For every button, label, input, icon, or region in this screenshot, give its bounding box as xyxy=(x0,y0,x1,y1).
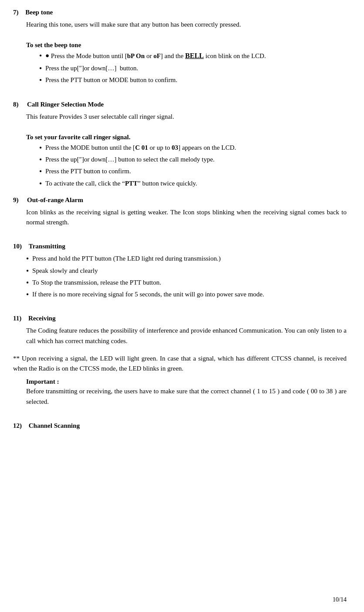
section-11-description: The Coding feature reduces the possibili… xyxy=(26,326,347,346)
section-10-number: 10) xyxy=(13,243,22,250)
section-7-header: 7) Beep tone xyxy=(13,9,347,18)
section-8-title: Call Ringer Selection Mode xyxy=(27,101,104,108)
important-text: Before transmitting or receiving, the us… xyxy=(26,386,347,407)
section-9-title: Out-of-range Alarm xyxy=(27,196,83,204)
section-12-header: 12) Channel Scanning xyxy=(13,422,347,431)
bold-of: oF xyxy=(153,52,161,59)
section-8-description: This feature Provides 3 user selectable … xyxy=(26,112,347,122)
section-8-bullets: Press the MODE button until the [C 01 or… xyxy=(39,143,347,189)
section-7-title: Beep tone xyxy=(25,9,53,16)
section-7: 7) Beep tone Hearing this tone, users wi… xyxy=(13,9,347,86)
section-10-bullets: Press and hold the PTT button (The LED l… xyxy=(26,254,347,299)
section-12-title: Channel Scanning xyxy=(29,422,80,430)
section-11-header: 11) Receiving xyxy=(13,315,347,324)
section-7-body: Hearing this tone, users will make sure … xyxy=(26,20,347,86)
section-9: 9) Out-of-range Alarm Icon blinks as the… xyxy=(13,196,347,228)
bold-c01: C 01 xyxy=(135,144,148,151)
section-9-desc-text: Icon blinks as the receiving signal is g… xyxy=(26,207,347,228)
section-12: 12) Channel Scanning xyxy=(13,422,347,431)
bullet-item: To activate the call, click the “PTT” bu… xyxy=(39,179,347,189)
bold-bpon: bP On xyxy=(127,52,144,59)
section-8-subsection-title: To set your favorite call ringer signal. xyxy=(26,134,347,141)
section-12-number: 12) xyxy=(13,422,22,430)
bullet-item: Press the PTT button or MODE button to c… xyxy=(39,75,347,85)
section-9-description: Icon blinks as the receiving signal is g… xyxy=(26,207,347,228)
section-7-number: 7) xyxy=(13,9,19,16)
section-7-subsection-title: To set the beep tone xyxy=(26,41,347,49)
section-10: 10) Transmitting Press and hold the PTT … xyxy=(13,243,347,299)
bullet-item: If there is no more receiving signal for… xyxy=(26,289,347,299)
bold-bell: BELL xyxy=(185,52,204,59)
bullet-marker: ● xyxy=(45,51,51,61)
bullet-item: Speak slowly and clearly xyxy=(26,266,347,276)
section-7-description: Hearing this tone, users will make sure … xyxy=(26,20,347,30)
bullet-item: Press the PTT button to confirm. xyxy=(39,166,347,176)
bold-ptt: PTT xyxy=(125,180,138,187)
bullet-text: To activate the call, click the “PTT” bu… xyxy=(45,179,197,189)
page-footer: 10/14 xyxy=(333,596,347,603)
bullet-text: Press the MODE button until the [C 01 or… xyxy=(45,143,236,153)
bullet-text: Press the PTT button or MODE button to c… xyxy=(45,75,177,85)
bullet-text: Speak slowly and clearly xyxy=(32,266,98,276)
section-7-bullets: ● Press the Mode button until [bP On or … xyxy=(39,51,347,85)
section-11: 11) Receiving The Coding feature reduces… xyxy=(13,315,347,407)
bullet-item: Press the up[″]or down[…] button to sele… xyxy=(39,155,347,165)
bullet-text: Press and hold the PTT button (The LED l… xyxy=(32,254,221,264)
section-11-title: Receiving xyxy=(28,315,55,322)
page-content: 7) Beep tone Hearing this tone, users wi… xyxy=(13,9,347,431)
section-8-number: 8) xyxy=(13,101,19,108)
bullet-text: Press the Mode button until [bP On or oF… xyxy=(51,51,266,62)
section-10-header: 10) Transmitting xyxy=(13,243,347,252)
bullet-text: Press the PTT button to confirm. xyxy=(45,166,131,176)
double-star-paragraph: ** Upon receiving a signal, the LED will… xyxy=(13,354,347,374)
bullet-item: To Stop the transmission, release the PT… xyxy=(26,278,347,288)
section-11-number: 11) xyxy=(13,315,21,322)
section-9-header: 9) Out-of-range Alarm xyxy=(13,196,347,206)
bullet-text: To Stop the transmission, release the PT… xyxy=(32,278,161,288)
section-10-title: Transmitting xyxy=(29,243,65,250)
section-8-header: 8) Call Ringer Selection Mode xyxy=(13,101,347,110)
section-8-body: To set your favorite call ringer signal.… xyxy=(26,122,347,189)
bullet-item: ● Press the Mode button until [bP On or … xyxy=(39,51,347,62)
section-8: 8) Call Ringer Selection Mode This featu… xyxy=(13,101,347,189)
bullet-item: Press the up[″]or down[…] button. xyxy=(39,63,347,73)
bullet-text: Press the up[″]or down[…] button. xyxy=(45,63,138,73)
bold-03: 03 xyxy=(172,144,178,151)
bullet-item: Press the MODE button until the [C 01 or… xyxy=(39,143,347,153)
bullet-text: Press the up[″]or down[…] button to sele… xyxy=(45,155,214,165)
section-9-number: 9) xyxy=(13,196,19,204)
important-label: Important : xyxy=(26,378,347,385)
section-11-desc-text: The Coding feature reduces the possibili… xyxy=(26,326,347,346)
bullet-text: If there is no more receiving signal for… xyxy=(32,289,264,299)
bullet-item: Press and hold the PTT button (The LED l… xyxy=(26,254,347,264)
